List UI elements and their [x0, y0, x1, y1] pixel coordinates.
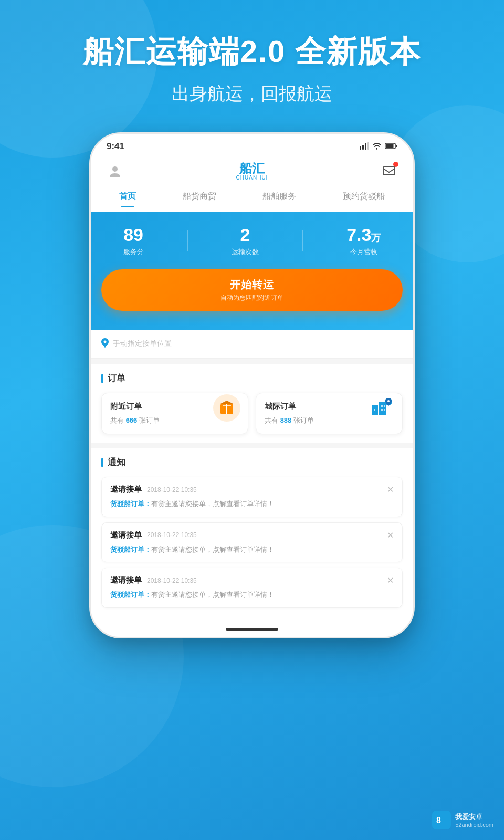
home-indicator	[91, 622, 413, 637]
city-orders-icon	[368, 394, 395, 426]
svg-text:8: 8	[436, 816, 441, 825]
stat-monthly-revenue: 7.3万 今月营收	[346, 225, 381, 257]
notif-section-title: 通知	[101, 456, 403, 468]
svg-point-23	[387, 400, 390, 402]
stat-label-transport: 运输次数	[232, 247, 259, 257]
svg-rect-5	[386, 144, 394, 148]
order-cards-container: 附近订单 共有 666 张订单	[101, 393, 403, 434]
stat-divider-1	[187, 230, 188, 251]
stats-area: 89 服务分 2 运输次数 7.3万 今月营收 开始转运 自动为您匹配附近订单	[91, 212, 413, 330]
stat-label-service: 服务分	[123, 247, 144, 257]
content-area: 手动指定接单位置 订单 附近订单 共有 666 张订单	[91, 330, 413, 637]
status-icons	[360, 142, 397, 151]
hero-header: 船汇运输端2.0 全新版本 出身航运，回报航运	[0, 0, 504, 106]
svg-rect-17	[374, 409, 375, 411]
tab-cargo-trade[interactable]: 船货商贸	[177, 188, 222, 205]
phone-mockup: 9:41	[0, 132, 504, 638]
start-transfer-button[interactable]: 开始转运 自动为您匹配附近订单	[101, 269, 403, 311]
nearby-orders-number: 666	[126, 416, 138, 424]
stat-transport-count: 2 运输次数	[232, 225, 259, 257]
message-badge	[393, 162, 398, 167]
status-time: 9:41	[107, 141, 124, 152]
notif-title-bar	[101, 458, 103, 467]
notif-title-1: 邀请接单	[110, 485, 142, 495]
notif-content-1: 货驳船订单：有货主邀请您接单，点解查看订单详情！	[110, 499, 394, 509]
app-header: 船汇 CHUANHUI	[91, 156, 413, 188]
notif-title-text: 通知	[108, 456, 125, 468]
tab-book-barge[interactable]: 预约货驳船	[338, 188, 390, 205]
svg-rect-18	[381, 405, 383, 407]
svg-rect-20	[381, 409, 383, 411]
watermark-icon: 8	[432, 811, 451, 830]
notif-link-3[interactable]: 货驳船订单：	[110, 591, 151, 598]
svg-rect-6	[396, 145, 397, 147]
notif-link-2[interactable]: 货驳船订单：	[110, 545, 151, 553]
signal-icon	[360, 142, 369, 151]
svg-rect-1	[362, 145, 364, 150]
orders-section-title: 订单	[101, 372, 403, 384]
svg-rect-21	[384, 409, 385, 411]
watermark: 8 我爱安卓 52android.com	[432, 811, 494, 830]
watermark-text: 我爱安卓 52android.com	[455, 812, 494, 828]
stats-row: 89 服务分 2 运输次数 7.3万 今月营收	[101, 225, 403, 257]
notif-close-2[interactable]: ✕	[387, 530, 394, 540]
svg-rect-19	[384, 405, 385, 407]
notif-header-2: 邀请接单 2018-10-22 10:35 ✕	[110, 530, 394, 540]
app-logo-main: 船汇	[236, 161, 268, 175]
location-bar[interactable]: 手动指定接单位置	[91, 330, 413, 359]
notif-content-3: 货驳船订单：有货主邀请您接单，点解查看订单详情！	[110, 590, 394, 600]
notif-time-3: 2018-10-22 10:35	[147, 577, 197, 584]
nearby-orders-icon	[213, 394, 240, 426]
svg-rect-3	[368, 142, 369, 150]
notif-close-3[interactable]: ✕	[387, 575, 394, 585]
svg-point-7	[112, 166, 118, 172]
location-placeholder: 手动指定接单位置	[113, 339, 172, 349]
svg-rect-2	[365, 143, 366, 150]
stat-label-revenue: 今月营收	[346, 247, 381, 257]
message-icon[interactable]	[380, 162, 398, 181]
orders-title-bar	[101, 374, 103, 383]
tab-home[interactable]: 首页	[114, 188, 141, 205]
battery-icon	[385, 142, 397, 151]
notif-item-2: 邀请接单 2018-10-22 10:35 ✕ 货驳船订单：有货主邀请您接单，点…	[101, 522, 403, 563]
watermark-url: 52android.com	[455, 822, 494, 828]
notif-close-1[interactable]: ✕	[387, 485, 394, 495]
svg-rect-16	[379, 402, 386, 415]
notif-item-1: 邀请接单 2018-10-22 10:35 ✕ 货驳船订单：有货主邀请您接单，点…	[101, 477, 403, 517]
notif-title-3: 邀请接单	[110, 575, 142, 585]
notifications-section: 通知 邀请接单 2018-10-22 10:35 ✕ 货驳船订单：有货主邀请您接…	[91, 448, 413, 622]
stat-service-score: 89 服务分	[123, 225, 144, 257]
city-orders-card[interactable]: 城际订单 共有 888 张订单	[256, 393, 403, 434]
stat-value-service: 89	[123, 225, 144, 245]
nav-tabs: 首页 船货商贸 船舶服务 预约货驳船	[91, 188, 413, 212]
location-pin-icon	[101, 338, 109, 350]
wifi-icon	[372, 142, 382, 151]
stat-divider-2	[302, 230, 303, 251]
notif-time-2: 2018-10-22 10:35	[147, 531, 197, 539]
app-logo-sub: CHUANHUI	[236, 175, 268, 181]
nearby-orders-card[interactable]: 附近订单 共有 666 张订单	[101, 393, 248, 434]
status-bar: 9:41	[91, 134, 413, 156]
notif-header-1: 邀请接单 2018-10-22 10:35 ✕	[110, 485, 394, 495]
watermark-label: 我爱安卓	[455, 812, 494, 822]
svg-point-9	[104, 341, 107, 343]
tab-ship-service[interactable]: 船舶服务	[257, 188, 301, 205]
app-logo-container: 船汇 CHUANHUI	[236, 161, 268, 181]
notif-link-1[interactable]: 货驳船订单：	[110, 500, 151, 508]
stat-value-transport: 2	[232, 225, 259, 245]
notif-title-2: 邀请接单	[110, 530, 142, 540]
phone-frame: 9:41	[89, 132, 415, 638]
stat-value-revenue: 7.3万	[346, 225, 381, 245]
notif-time-1: 2018-10-22 10:35	[147, 486, 197, 494]
notif-title-row-1: 邀请接单 2018-10-22 10:35	[110, 485, 197, 495]
notif-content-2: 货驳船订单：有货主邀请您接单，点解查看订单详情！	[110, 544, 394, 555]
start-btn-main-text: 开始转运	[110, 278, 394, 292]
notif-title-row-3: 邀请接单 2018-10-22 10:35	[110, 575, 197, 585]
notif-item-3: 邀请接单 2018-10-22 10:35 ✕ 货驳船订单：有货主邀请您接单，点…	[101, 568, 403, 608]
svg-rect-0	[360, 146, 361, 150]
hero-subtitle: 出身航运，回报航运	[0, 82, 504, 106]
notif-header-3: 邀请接单 2018-10-22 10:35 ✕	[110, 575, 394, 585]
orders-section: 订单 附近订单 共有 666 张订单	[91, 364, 413, 443]
city-orders-number: 888	[280, 416, 292, 424]
profile-icon[interactable]	[106, 162, 124, 181]
